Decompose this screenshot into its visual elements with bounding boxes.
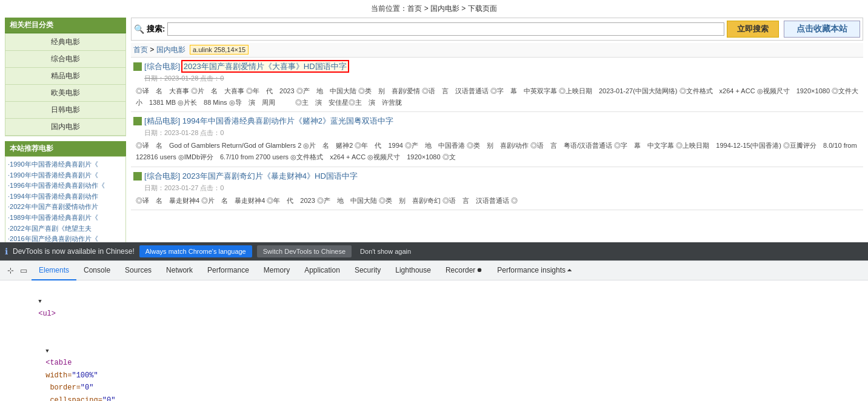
- recommend-link-0[interactable]: ·1990年中国香港经典喜剧片《: [8, 159, 123, 170]
- devtools-toolbar: ⊹ ▭: [2, 265, 32, 276]
- sidebar-item-general[interactable]: 综合电影: [5, 51, 125, 68]
- tab-perf-insights[interactable]: Performance insights ⏶: [490, 261, 580, 280]
- tab-console[interactable]: Console: [76, 261, 118, 280]
- tab-security[interactable]: Security: [347, 261, 388, 280]
- movie-detail-2: ◎译 名 暴走财神4 ◎片 名 暴走财神4 ◎年 代 2023 ◎产 地 中国大…: [133, 195, 861, 207]
- recommend-link-4[interactable]: ·2022年中国产喜剧爱情动作片: [8, 202, 123, 213]
- sidebar-item-domestic[interactable]: 国内电影: [5, 119, 125, 136]
- sidebar: 相关栏目分类 经典电影 综合电影 精品电影 欧美电影 日韩电影 国内电影 本站推…: [5, 18, 126, 242]
- recommend-section-title: 本站推荐电影: [5, 141, 126, 156]
- sidebar-nav: 经典电影 综合电影 精品电影 欧美电影 日韩电影 国内电影: [5, 33, 126, 136]
- sidebar-item-western[interactable]: 欧美电影: [5, 85, 125, 102]
- search-bar: 🔍 搜索: 立即搜索 点击收藏本站: [131, 18, 863, 41]
- devtools-code-area: ▼ <ul> ▼ <table width="100%" border="0" …: [0, 280, 868, 401]
- movie-date-2: 日期：2023-01-27 点击：0: [133, 184, 861, 193]
- recommend-link-5[interactable]: ·1989年中国香港经典喜剧片《: [8, 213, 123, 224]
- info-icon: ℹ: [5, 247, 8, 256]
- movie-detail-0: ◎译 名 大喜事 ◎片 名 大喜事 ◎年 代 2023 ◎产 地 中国大陆 ◎类…: [133, 85, 861, 108]
- recorder-badge: ⏺: [476, 267, 482, 273]
- recommend-link-3[interactable]: ·1994年中国香港经典喜剧动作: [8, 191, 123, 202]
- bookmark-button[interactable]: 点击收藏本站: [784, 21, 860, 38]
- movie-title-row-1: [精品电影] 1994年中国香港经典喜剧动作片《赌神2》蓝光国粤双语中字: [133, 116, 861, 127]
- movie-entry-2: [综合电影] 2023年国产喜剧奇幻片《暴走财神4》HD国语中字 日期：2023…: [131, 167, 863, 211]
- code-line-0: ▼ <ul>: [5, 283, 863, 333]
- movie-entry-1: [精品电影] 1994年中国香港经典喜剧动作片《赌神2》蓝光国粤双语中字 日期：…: [131, 112, 863, 167]
- breadcrumb-home[interactable]: 首页: [133, 45, 148, 54]
- movie-title-highlight-0: 2023年国产喜剧爱情片《大喜事》HD国语中字: [182, 61, 348, 71]
- movie-icon-1: [133, 117, 142, 125]
- movie-title-row-0: [综合电影] 2023年国产喜剧爱情片《大喜事》HD国语中字: [133, 61, 861, 72]
- cursor-icon[interactable]: ⊹: [5, 265, 16, 276]
- match-language-button[interactable]: Always match Chrome's language: [139, 245, 252, 257]
- content-area: 🔍 搜索: 立即搜索 点击收藏本站 首页 > 国内电影 a.ulink 258,…: [131, 18, 863, 242]
- movie-title-link-0[interactable]: [综合电影] 2023年国产喜剧爱情片《大喜事》HD国语中字: [144, 61, 348, 72]
- main-layout: 相关栏目分类 经典电影 综合电影 精品电影 欧美电影 日韩电影 国内电影 本站推…: [0, 18, 868, 242]
- code-line-1: ▼ <table width="100%" border="0" cellspa…: [5, 333, 863, 401]
- movie-title-link-2[interactable]: [综合电影] 2023年国产喜剧奇幻片《暴走财神4》HD国语中字: [144, 171, 358, 182]
- movie-title-link-1[interactable]: [精品电影] 1994年中国香港经典喜剧动作片《赌神2》蓝光国粤双语中字: [144, 116, 393, 127]
- movie-title-row-2: [综合电影] 2023年国产喜剧奇幻片《暴走财神4》HD国语中字: [133, 171, 861, 182]
- search-icon: 🔍: [134, 24, 144, 34]
- tab-lighthouse[interactable]: Lighthouse: [388, 261, 438, 280]
- tab-elements[interactable]: Elements: [32, 261, 76, 280]
- sidebar-item-korean[interactable]: 日韩电影: [5, 102, 125, 119]
- breadcrumb-category[interactable]: 国内电影: [156, 45, 185, 54]
- devtools-message: DevTools is now available in Chinese!: [13, 247, 135, 256]
- movie-detail-1: ◎译 名 God of Gamblers Return/God of Glamb…: [133, 140, 861, 162]
- recommend-link-6[interactable]: ·2022年国产喜剧《绝望主夫: [8, 224, 123, 234]
- movie-entry-0: [综合电影] 2023年国产喜剧爱情片《大喜事》HD国语中字 日期：2023-0…: [131, 58, 863, 112]
- sidebar-item-classic[interactable]: 经典电影: [5, 34, 125, 51]
- collapse-table[interactable]: ▼: [45, 348, 48, 354]
- tab-performance[interactable]: Performance: [200, 261, 256, 280]
- switch-to-chinese-button[interactable]: Switch DevTools to Chinese: [257, 245, 352, 257]
- webpage-area: 当前位置：首页 > 国内电影 > 下载页面 相关栏目分类 经典电影 综合电影 精…: [0, 0, 868, 242]
- top-breadcrumb: 当前位置：首页 > 国内电影 > 下载页面: [0, 0, 868, 18]
- category-section-title: 相关栏目分类: [5, 18, 126, 33]
- recommend-link-2[interactable]: ·1996年中国香港经典喜剧动作《: [8, 181, 123, 191]
- tab-sources[interactable]: Sources: [118, 261, 159, 280]
- content-breadcrumb: 首页 > 国内电影 a.ulink 258,14×15: [131, 43, 863, 58]
- ulink-badge: a.ulink 258,14×15: [190, 45, 249, 55]
- recommend-link-1[interactable]: ·1990年中国香港经典喜剧片《: [8, 170, 123, 181]
- search-label: 搜索:: [147, 24, 165, 35]
- movie-date-0: 日期：2023-01-28 点击：0: [133, 74, 861, 83]
- tab-recorder[interactable]: Recorder ⏺: [438, 261, 490, 280]
- sidebar-item-premium[interactable]: 精品电影: [5, 68, 125, 85]
- devtools-notification-bar: ℹ DevTools is now available in Chinese! …: [0, 242, 868, 260]
- devtools-panel: ⊹ ▭ Elements Console Sources Network Per…: [0, 260, 868, 401]
- dont-show-again-button[interactable]: Don't show again: [356, 245, 415, 257]
- devtools-tabs: ⊹ ▭ Elements Console Sources Network Per…: [0, 261, 868, 280]
- search-button[interactable]: 立即搜索: [727, 21, 779, 38]
- tab-memory[interactable]: Memory: [256, 261, 297, 280]
- sidebar-recommend-list: ·1990年中国香港经典喜剧片《 ·1990年中国香港经典喜剧片《 ·1996年…: [5, 156, 126, 242]
- movie-date-1: 日期：2023-01-28 点击：0: [133, 128, 861, 138]
- search-input[interactable]: [167, 22, 724, 36]
- movie-icon-2: [133, 172, 142, 181]
- device-icon[interactable]: ▭: [18, 265, 29, 276]
- tab-application[interactable]: Application: [297, 261, 347, 280]
- tab-network[interactable]: Network: [159, 261, 200, 280]
- movie-icon-0: [133, 62, 142, 71]
- perf-insights-badge: ⏶: [567, 267, 573, 273]
- recommend-link-7[interactable]: ·2016年国产经典喜剧动作片《: [8, 234, 123, 242]
- collapse-ul[interactable]: ▼: [38, 299, 41, 305]
